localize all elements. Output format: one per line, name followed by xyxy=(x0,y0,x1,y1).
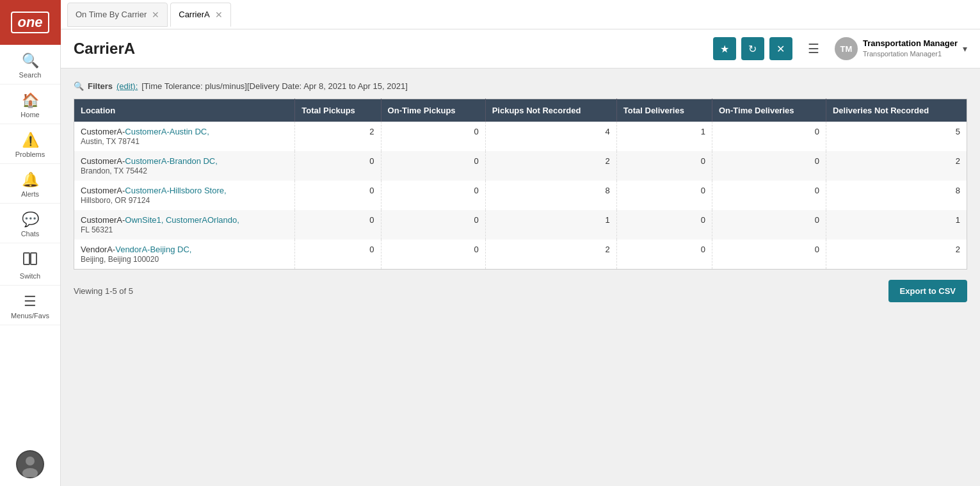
col-deliveries-not-recorded: Deliveries Not Recorded xyxy=(826,99,967,122)
warning-icon: ⚠️ xyxy=(22,132,39,149)
location-prefix: CustomerA- xyxy=(81,186,125,195)
cell-on-time-pickups: 0 xyxy=(381,122,485,151)
viewing-text: Viewing 1-5 of 5 xyxy=(74,286,133,296)
location-link[interactable]: VendorA-Beijing DC, xyxy=(115,245,191,254)
cell-location: CustomerA-CustomerA-Hillsboro Store,Hill… xyxy=(74,181,295,210)
avatar-image xyxy=(16,450,44,478)
chat-icon: 💬 xyxy=(22,211,39,228)
user-initials: TM xyxy=(840,44,853,54)
sidebar-item-alerts[interactable]: 🔔 Alerts xyxy=(0,164,60,204)
page-header: CarrierA ★ ↻ ✕ ☰ TM Transportation Manag… xyxy=(61,29,980,69)
table-row: CustomerA-OwnSite1, CustomerAOrlando,FL … xyxy=(74,210,967,239)
tab-carrier-a[interactable]: CarrierA ✕ xyxy=(170,3,230,27)
cell-deliveries-not-recorded: 8 xyxy=(826,181,967,210)
filters-label: Filters xyxy=(88,81,113,91)
bell-icon: 🔔 xyxy=(22,172,39,188)
svg-rect-0 xyxy=(24,253,29,264)
col-pickups-not-recorded: Pickups Not Recorded xyxy=(485,99,616,122)
sidebar-item-label: Switch xyxy=(20,272,40,280)
cell-deliveries-not-recorded: 2 xyxy=(826,151,967,181)
address-text: Beijing, Beijing 100020 xyxy=(81,255,159,264)
export-csv-button[interactable]: Export to CSV xyxy=(888,280,967,302)
search-icon: 🔍 xyxy=(22,53,39,69)
address-text: Hillsboro, OR 97124 xyxy=(81,196,150,205)
address-text: FL 56321 xyxy=(81,225,113,234)
sidebar-avatar[interactable] xyxy=(0,442,60,486)
filters-edit-link[interactable]: (edit): xyxy=(116,81,138,91)
col-on-time-pickups: On-Time Pickups xyxy=(381,99,485,122)
tab-bar: On Time By Carrier ✕ CarrierA ✕ xyxy=(61,0,980,29)
location-link[interactable]: CustomerA-Hillsboro Store, xyxy=(125,186,226,195)
refresh-button[interactable]: ↻ xyxy=(741,37,764,60)
page-title: CarrierA xyxy=(74,40,135,58)
tab-label: CarrierA xyxy=(179,10,209,19)
tab-label: On Time By Carrier xyxy=(76,10,147,19)
svg-rect-1 xyxy=(31,253,36,264)
star-button[interactable]: ★ xyxy=(713,37,736,60)
cell-deliveries-not-recorded: 1 xyxy=(826,210,967,239)
table-header-row: Location Total Pickups On-Time Pickups P… xyxy=(74,99,967,122)
sidebar-item-label: Home xyxy=(20,111,39,118)
cell-on-time-deliveries: 0 xyxy=(712,181,826,210)
close-button[interactable]: ✕ xyxy=(769,37,792,60)
cell-total-pickups: 0 xyxy=(295,181,381,210)
cell-on-time-deliveries: 0 xyxy=(712,210,826,239)
logo-text: one xyxy=(11,12,49,33)
table-row: VendorA-VendorA-Beijing DC,Beijing, Beij… xyxy=(74,239,967,270)
cell-on-time-deliveries: 0 xyxy=(712,239,826,270)
main-area: On Time By Carrier ✕ CarrierA ✕ CarrierA… xyxy=(61,0,980,486)
cell-location: CustomerA-OwnSite1, CustomerAOrlando,FL … xyxy=(74,210,295,239)
cell-deliveries-not-recorded: 2 xyxy=(826,239,967,270)
filters-bar: 🔍 Filters (edit): [Time Tolerance: plus/… xyxy=(74,81,967,91)
address-text: Austin, TX 78741 xyxy=(81,137,140,146)
user-avatar: TM xyxy=(835,37,858,60)
cell-on-time-pickups: 0 xyxy=(381,239,485,270)
sidebar-item-search[interactable]: 🔍 Search xyxy=(0,45,60,85)
sidebar-item-switch[interactable]: Switch xyxy=(0,243,60,286)
location-link[interactable]: OwnSite1, CustomerAOrlando, xyxy=(125,215,239,225)
switch-icon xyxy=(22,251,38,270)
sidebar-item-chats[interactable]: 💬 Chats xyxy=(0,204,60,243)
cell-total-pickups: 0 xyxy=(295,151,381,181)
col-total-pickups: Total Pickups xyxy=(295,99,381,122)
cell-pickups-not-recorded: 2 xyxy=(485,239,616,270)
location-prefix: CustomerA- xyxy=(81,127,125,136)
hamburger-menu[interactable]: ☰ xyxy=(804,37,823,60)
sidebar-bottom xyxy=(0,442,60,486)
location-link[interactable]: CustomerA-Austin DC, xyxy=(125,127,209,136)
sidebar-item-problems[interactable]: ⚠️ Problems xyxy=(0,124,60,164)
location-prefix: CustomerA- xyxy=(81,215,125,225)
sidebar-item-home[interactable]: 🏠 Home xyxy=(0,85,60,124)
cell-location: CustomerA-CustomerA-Brandon DC,Brandon, … xyxy=(74,151,295,181)
table-footer: Viewing 1-5 of 5 Export to CSV xyxy=(74,280,967,302)
sidebar-item-label: Menus/Favs xyxy=(11,312,49,320)
cell-total-pickups: 2 xyxy=(295,122,381,151)
cell-total-deliveries: 0 xyxy=(616,181,712,210)
header-actions: ★ ↻ ✕ ☰ TM Transportation Manager Transp… xyxy=(713,37,967,60)
tab-close-on-time[interactable]: ✕ xyxy=(152,10,159,20)
sidebar-item-label: Problems xyxy=(15,150,45,158)
cell-location: CustomerA-CustomerA-Austin DC,Austin, TX… xyxy=(74,122,295,151)
location-link[interactable]: CustomerA-Brandon DC, xyxy=(125,156,218,166)
user-details: Transportation Manager Transportation Ma… xyxy=(863,38,958,58)
table-row: CustomerA-CustomerA-Hillsboro Store,Hill… xyxy=(74,181,967,210)
address-text: Brandon, TX 75442 xyxy=(81,166,147,175)
app-logo[interactable]: one xyxy=(0,0,61,45)
col-location: Location xyxy=(74,99,295,122)
cell-total-deliveries: 1 xyxy=(616,122,712,151)
cell-on-time-deliveries: 0 xyxy=(712,122,826,151)
cell-total-pickups: 0 xyxy=(295,239,381,270)
user-menu[interactable]: TM Transportation Manager Transportation… xyxy=(835,37,967,60)
menu-icon: ☰ xyxy=(24,293,36,310)
sidebar-item-menus[interactable]: ☰ Menus/Favs xyxy=(0,286,60,325)
sidebar-item-label: Chats xyxy=(21,230,40,238)
sidebar-item-label: Alerts xyxy=(21,190,39,198)
tab-on-time-by-carrier[interactable]: On Time By Carrier ✕ xyxy=(67,3,168,27)
tab-close-carrier-a[interactable]: ✕ xyxy=(215,10,223,20)
filters-text: [Time Tolerance: plus/minus][Delivery Da… xyxy=(141,81,408,91)
sidebar-item-label: Search xyxy=(19,71,42,79)
cell-pickups-not-recorded: 2 xyxy=(485,151,616,181)
svg-point-3 xyxy=(26,457,35,466)
col-on-time-deliveries: On-Time Deliveries xyxy=(712,99,826,122)
content-area: 🔍 Filters (edit): [Time Tolerance: plus/… xyxy=(61,69,980,486)
